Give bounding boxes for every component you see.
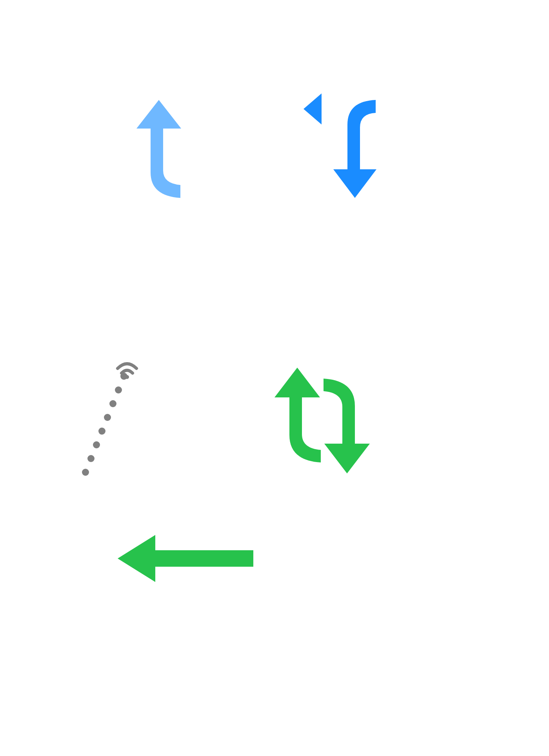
eccloud-interface-tab: ECCloud Interface xyxy=(94,204,212,228)
svg-point-50 xyxy=(82,469,89,476)
svg-point-51 xyxy=(87,455,95,462)
oru-controller-tab: O-RU Controller xyxy=(294,323,412,347)
svg-line-15 xyxy=(116,515,127,566)
svg-point-13 xyxy=(75,549,82,557)
svg-point-55 xyxy=(109,400,116,407)
svg-point-22 xyxy=(81,569,87,576)
svg-marker-37 xyxy=(333,169,377,198)
arrow-app-to-cloud xyxy=(133,112,178,200)
svg-point-24 xyxy=(104,569,111,576)
svg-rect-26 xyxy=(102,586,114,591)
tab-label: ECCloud Interface xyxy=(102,209,204,223)
svg-line-14 xyxy=(29,515,41,566)
diagram-canvas: ECCloud MCloud-based communication ECClo… xyxy=(0,0,549,756)
router: Router xyxy=(24,478,133,611)
arrow-app-oru-down xyxy=(325,372,371,468)
arrow-up-to-cloud xyxy=(155,125,176,199)
cloud-communication-label: MCloud-based communication xyxy=(200,127,318,154)
svg-rect-49 xyxy=(152,550,253,567)
wifi-icon xyxy=(104,319,128,339)
svg-marker-39 xyxy=(333,169,376,198)
arrow-oru-down-final xyxy=(329,373,373,470)
ecsite-app-box: ECCloud Interface ECSite App O-RU Contro… xyxy=(90,200,416,351)
svg-point-54 xyxy=(104,414,111,421)
svg-point-9 xyxy=(114,334,118,338)
svg-marker-41 xyxy=(279,368,325,398)
svg-point-56 xyxy=(115,386,122,393)
text: SSH/TCP) and TLS xyxy=(369,400,473,413)
ecsite-app-title: ECSite App xyxy=(96,248,410,294)
svg-point-16 xyxy=(25,511,34,520)
svg-rect-43 xyxy=(325,368,384,470)
svg-rect-10 xyxy=(278,552,282,556)
text: option 43 xyxy=(172,586,224,599)
svg-point-21 xyxy=(69,569,75,576)
svg-rect-29 xyxy=(144,129,160,200)
svg-point-53 xyxy=(98,428,105,435)
router-icon xyxy=(24,478,133,596)
eccloud-logo-text: ECCloud xyxy=(149,51,323,94)
svg-point-5 xyxy=(264,236,269,241)
svg-rect-12 xyxy=(278,564,282,568)
svg-rect-45 xyxy=(274,367,392,475)
diagram-title: ECSite App Field Deployment xyxy=(0,690,549,724)
svg-rect-25 xyxy=(43,586,55,591)
svg-marker-42 xyxy=(325,439,371,468)
text: communication xyxy=(200,141,287,154)
svg-point-52 xyxy=(93,441,100,448)
svg-line-8 xyxy=(253,295,274,299)
tab-label: O-RU Controller xyxy=(308,328,398,341)
svg-marker-44 xyxy=(329,441,373,470)
svg-point-58 xyxy=(125,375,129,379)
updown-dotted-icon xyxy=(264,536,296,583)
text: NETConfTP (secured xyxy=(369,386,486,399)
netconf-label: NETConfTP (secured SSH/TCP) and TLS xyxy=(369,386,506,413)
text: MCloud-based xyxy=(200,127,281,140)
svg-marker-47 xyxy=(324,444,370,473)
oru-box: O-RU xyxy=(251,476,463,643)
svg-point-20 xyxy=(57,569,64,576)
arrow-app-oru-up xyxy=(279,368,325,464)
dhcp-label: DHCP with option 43 xyxy=(157,572,239,599)
arrow-app-to-cloud-icon xyxy=(132,104,178,198)
router-label: Router xyxy=(55,602,93,615)
arrow-up-lightblue xyxy=(144,116,165,200)
svg-point-23 xyxy=(93,569,99,576)
eccloud-logo: ECCloud xyxy=(149,12,392,118)
dotted-wifi-link xyxy=(82,364,136,476)
sync-up xyxy=(274,368,321,462)
svg-marker-27 xyxy=(133,179,169,200)
sync-down xyxy=(324,379,370,473)
svg-point-57 xyxy=(120,373,127,380)
svg-point-19 xyxy=(45,569,52,576)
svg-marker-46 xyxy=(274,368,320,397)
svg-rect-11 xyxy=(278,558,282,562)
oru-title: O-RU xyxy=(316,537,413,582)
arrow-up-lightblue-final xyxy=(153,118,176,200)
svg-point-17 xyxy=(123,511,132,520)
text: DHCP with xyxy=(168,572,228,585)
